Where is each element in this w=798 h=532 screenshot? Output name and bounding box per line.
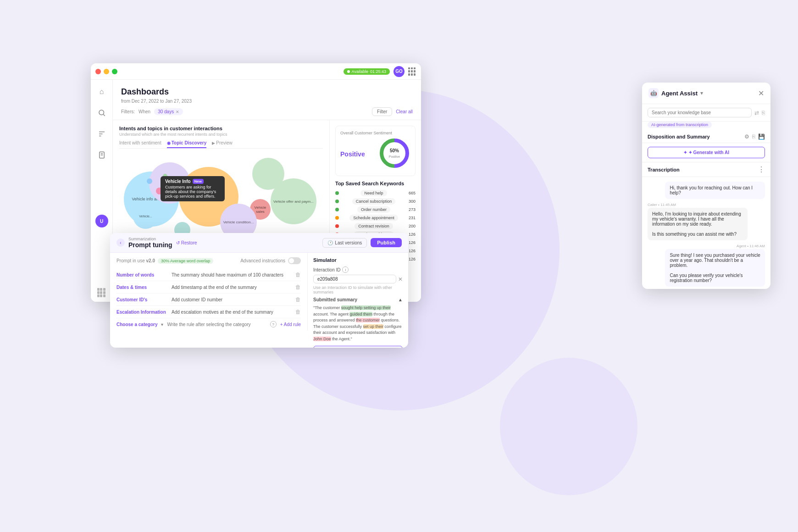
prompt-title: Prompt tuning (128, 241, 172, 249)
category-input[interactable] (167, 322, 266, 327)
agent-message: Sure thing! I see you purchased your veh… (665, 249, 765, 287)
collapse-icon[interactable]: ▲ (398, 297, 403, 302)
clear-interaction-icon[interactable]: ✕ (398, 276, 403, 283)
close-button[interactable] (95, 69, 101, 74)
sentiment-dot (335, 200, 339, 203)
agent-label: Agent • 11:46 AM (737, 244, 765, 248)
filter-when-label: When (139, 109, 150, 114)
publish-button[interactable]: Publish (371, 238, 402, 247)
filter-remove-icon[interactable]: ✕ (176, 110, 179, 114)
tab-bar: Intent with sentiment ◉Topic Discovery ▶… (119, 140, 323, 149)
svg-text:50%: 50% (390, 148, 399, 153)
sidebar: ⌂ U (91, 80, 113, 302)
sidebar-item-document[interactable] (95, 149, 108, 161)
prompt-row-value: The summary should have maximum of 100 c… (172, 272, 291, 277)
simulator-title: Simulator (313, 257, 403, 263)
filter-button[interactable]: Filter (372, 107, 392, 116)
restore-button[interactable]: ↺Restore (176, 240, 197, 245)
sidebar-avatar[interactable]: U (95, 215, 108, 227)
add-rule-button[interactable]: + Add rule (280, 322, 301, 327)
filters-row: Filters: When 30 days ✕ Filter Clear all (121, 107, 413, 116)
keyword-count: 231 (409, 216, 416, 220)
section-label: Summarization (128, 237, 172, 241)
prompt-row-label: Escalation Information (116, 310, 167, 315)
agent-assist-title: Agent Assist (661, 90, 698, 97)
keyword-count: 665 (409, 191, 416, 195)
interaction-row: Interaction ID i (313, 266, 403, 273)
sidebar-item-search[interactable] (95, 106, 108, 119)
minimize-button[interactable] (104, 69, 109, 74)
sentiment-dot (335, 191, 339, 195)
prompt-row: Escalation Information Add escalation mo… (116, 306, 301, 318)
sidebar-item-filter[interactable] (95, 127, 108, 140)
tab-intent[interactable]: Intent with sentiment (119, 140, 161, 148)
interaction-id-input[interactable] (313, 275, 396, 283)
agent-close-button[interactable]: ✕ (758, 89, 764, 98)
delete-icon[interactable]: 🗑 (295, 272, 301, 278)
agent-chevron-icon[interactable]: ▾ (700, 90, 703, 96)
prompt-panel-header: ‹ Summarization Prompt tuning ↺Restore 🕐… (110, 233, 408, 253)
gear-icon[interactable]: ⚙ (744, 133, 749, 140)
chevron-down-icon[interactable]: ▾ (161, 322, 163, 327)
keyword-row: Need help 665 (335, 190, 416, 196)
test-summary-button[interactable]: ✦ Test summary generator (313, 346, 403, 348)
prompt-rows: Number of words The summary should have … (116, 269, 301, 318)
adv-instructions-toggle[interactable] (288, 257, 301, 264)
prompt-in-use-row: Prompt in use v2.0 30% Average word over… (116, 257, 301, 264)
maximize-button[interactable] (112, 69, 117, 74)
keyword-tag: Cancel subscription (352, 198, 396, 205)
info-icon[interactable]: ? (270, 321, 277, 327)
copy-icon[interactable]: ⎘ (752, 133, 755, 140)
prompt-row-value: Add customer ID number (172, 297, 291, 302)
caller-label: Caller • 11:45 AM (648, 203, 765, 207)
keyword-count: 126 (409, 257, 416, 261)
keyword-count: 273 (409, 207, 416, 212)
panel-subtitle: Understand which are the most recurrent … (119, 132, 323, 137)
grid-icon[interactable] (408, 67, 416, 76)
save-icon[interactable]: 💾 (758, 133, 765, 140)
knowledge-search-input[interactable] (648, 108, 752, 117)
generate-ai-button[interactable]: ✦ ✦ Generate with AI (648, 147, 765, 158)
prompt-row: Number of words The summary should have … (116, 269, 301, 281)
search-transfer-icon[interactable]: ⇄ (754, 110, 759, 116)
prompt-row: Customer ID's Add customer ID number 🗑 (116, 294, 301, 306)
submitted-summary-header: Submitted summary ▲ (313, 297, 403, 302)
prompt-row-label: Number of words (116, 272, 167, 277)
dashboard-title: Dashboards (121, 87, 413, 97)
sentiment-dot (335, 224, 339, 228)
last-versions-button[interactable]: 🕐Last versions (322, 238, 367, 248)
use-label: Use an Interaction ID to simulate with o… (313, 285, 403, 294)
keyword-tag: Order number (357, 206, 390, 213)
tab-topic[interactable]: ◉Topic Discovery (167, 140, 207, 148)
bubble-vehicle-offer[interactable]: Vehicle offer and paym... (271, 178, 316, 224)
ai-badge-row: AI-generated from transcription (642, 122, 770, 131)
tab-preview[interactable]: ▶Preview (212, 140, 233, 148)
svg-line-1 (103, 114, 105, 116)
interaction-info-icon[interactable]: i (342, 266, 349, 273)
overlap-badge: 30% Average word overlap (158, 258, 213, 264)
clear-all-button[interactable]: Clear all (396, 109, 413, 114)
svg-text:Positive: Positive (389, 155, 400, 158)
sentiment-value: Positive (340, 150, 365, 158)
sidebar-item-home[interactable]: ⌂ (95, 85, 108, 98)
ai-message: Hi, thank you for reaching out. How can … (665, 182, 765, 199)
back-button[interactable]: ‹ (116, 238, 125, 247)
bubble-vehicle-small[interactable]: Vehicle... (133, 204, 158, 229)
caller-message: Hello, I'm looking to inquire about exte… (648, 208, 748, 240)
delete-icon[interactable]: 🗑 (295, 309, 301, 315)
delete-icon[interactable]: 🗑 (295, 296, 301, 303)
ai-generated-badge: AI-generated from transcription (648, 122, 712, 128)
filter-tag-30days[interactable]: 30 days ✕ (154, 108, 183, 115)
delete-icon[interactable]: 🗑 (295, 284, 301, 290)
sidebar-grid-icon[interactable] (97, 288, 106, 297)
submitted-summary-text: "The customer sought help setting up the… (313, 305, 403, 342)
search-copy-icon[interactable]: ⎘ (762, 110, 765, 116)
disposition-row: Disposition and Summary ⚙ ⎘ 💾 (642, 131, 770, 143)
dashboard-header: Dashboards from Dec 27, 2022 to Jan 27, … (113, 80, 421, 120)
panel-title: Intents and topics in customer interacti… (119, 126, 323, 131)
interaction-label: Interaction ID (313, 267, 340, 272)
more-options-icon[interactable]: ⋮ (758, 165, 765, 174)
svg-point-0 (99, 110, 104, 115)
disposition-label: Disposition and Summary (648, 134, 742, 139)
chat-area: Hi, thank you for reaching out. How can … (642, 177, 770, 289)
